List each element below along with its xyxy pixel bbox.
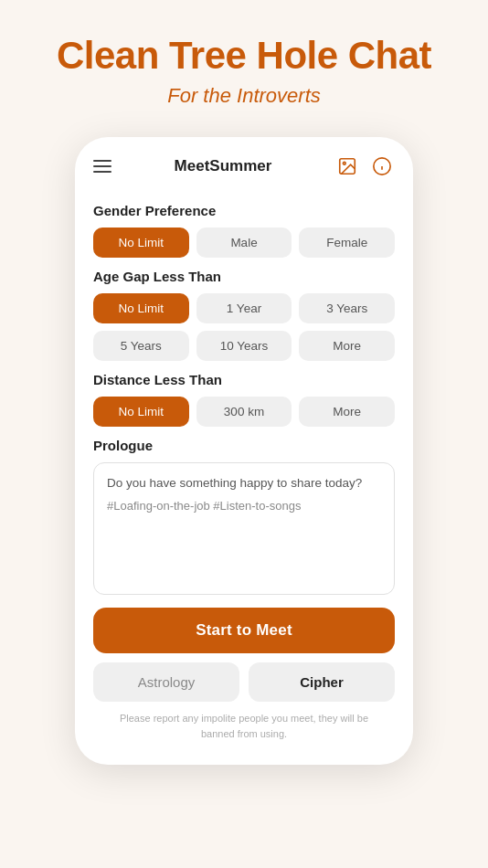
age-row2: 5 Years 10 Years More <box>93 331 395 361</box>
prologue-tags: #Loafing-on-the-job #Listen-to-songs <box>107 499 381 513</box>
distance-no-limit[interactable]: No Limit <box>93 397 189 427</box>
bottom-tabs: Astrology Cipher <box>93 662 395 702</box>
start-to-meet-button[interactable]: Start to Meet <box>93 608 395 653</box>
prologue-text: Do you have something happy to share tod… <box>107 474 381 493</box>
age-5years[interactable]: 5 Years <box>93 331 189 361</box>
gender-label: Gender Preference <box>93 203 395 218</box>
age-row1: No Limit 1 Year 3 Years <box>93 293 395 323</box>
phone-content: Gender Preference No Limit Male Female A… <box>75 188 413 765</box>
phone-mockup: MeetSummer Gender Preference <box>75 137 413 765</box>
phone-header: MeetSummer <box>75 137 413 188</box>
age-no-limit[interactable]: No Limit <box>93 293 189 323</box>
prologue-label: Prologue <box>93 438 395 453</box>
disclaimer-text: Please report any impolite people you me… <box>93 711 395 754</box>
gender-male[interactable]: Male <box>196 228 292 258</box>
gender-female[interactable]: Female <box>299 228 395 258</box>
age-3years[interactable]: 3 Years <box>299 293 395 323</box>
age-more[interactable]: More <box>299 331 395 361</box>
tab-astrology[interactable]: Astrology <box>93 662 239 702</box>
app-title: MeetSummer <box>175 157 272 175</box>
main-title: Clean Tree Hole Chat <box>57 35 431 77</box>
gallery-icon[interactable] <box>334 153 360 179</box>
distance-label: Distance Less Than <box>93 372 395 387</box>
svg-point-1 <box>343 163 345 165</box>
tab-cipher[interactable]: Cipher <box>249 662 395 702</box>
gender-no-limit[interactable]: No Limit <box>93 228 189 258</box>
prologue-box[interactable]: Do you have something happy to share tod… <box>93 462 395 595</box>
distance-options: No Limit 300 km More <box>93 397 395 427</box>
header-icons <box>334 153 395 179</box>
gender-options: No Limit Male Female <box>93 228 395 258</box>
distance-more[interactable]: More <box>299 397 395 427</box>
subtitle: For the Introverts <box>57 84 431 108</box>
page-header: Clean Tree Hole Chat For the Introverts <box>57 0 431 117</box>
menu-icon[interactable] <box>93 160 111 173</box>
age-10years[interactable]: 10 Years <box>196 331 292 361</box>
info-icon[interactable] <box>369 153 395 179</box>
distance-300km[interactable]: 300 km <box>196 397 292 427</box>
age-label: Age Gap Less Than <box>93 269 395 284</box>
age-1year[interactable]: 1 Year <box>196 293 292 323</box>
